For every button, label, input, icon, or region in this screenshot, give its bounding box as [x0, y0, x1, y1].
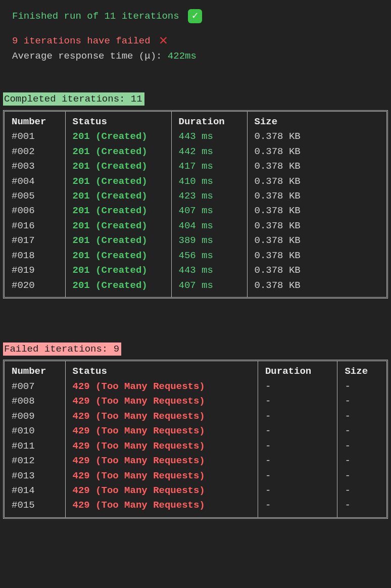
cell-number: #005 — [5, 189, 65, 204]
cell-status: 201 (Created) — [65, 249, 171, 263]
table-row: #006201 (Created)407 ms0.378 KB — [5, 204, 386, 218]
col-size: Size — [247, 112, 386, 129]
cell-duration: 443 ms — [171, 263, 247, 278]
cell-number: #017 — [5, 233, 65, 248]
table-row: #011429 (Too Many Requests)-- — [5, 439, 386, 454]
completed-heading: Completed iterations: 11 — [3, 92, 144, 106]
table-row: #015429 (Too Many Requests)-- — [5, 498, 386, 517]
cell-number: #015 — [5, 498, 65, 517]
cell-duration: - — [258, 394, 337, 409]
cell-status: 429 (Too Many Requests) — [65, 483, 258, 498]
avg-response-line: Average response time (μ): 422ms — [12, 49, 379, 64]
cell-duration: - — [258, 483, 337, 498]
cell-duration: 407 ms — [171, 278, 247, 297]
cell-status: 429 (Too Many Requests) — [65, 454, 258, 468]
cell-size: - — [337, 439, 386, 454]
cell-status: 201 (Created) — [65, 174, 171, 189]
cell-size: 0.378 KB — [247, 189, 386, 204]
cell-status: 201 (Created) — [65, 204, 171, 218]
cell-size: 0.378 KB — [247, 278, 386, 297]
table-row: #012429 (Too Many Requests)-- — [5, 454, 386, 468]
table-row: #013429 (Too Many Requests)-- — [5, 469, 386, 483]
cell-status: 201 (Created) — [65, 278, 171, 297]
cell-duration: - — [258, 379, 337, 394]
cell-number: #014 — [5, 483, 65, 498]
cell-duration: - — [258, 439, 337, 454]
table-row: #004201 (Created)410 ms0.378 KB — [5, 174, 386, 189]
cell-size: 0.378 KB — [247, 159, 386, 174]
cell-status: 429 (Too Many Requests) — [65, 409, 258, 424]
check-icon: ✓ — [188, 9, 202, 23]
col-duration: Duration — [258, 361, 337, 379]
failed-summary-text: 9 iterations have failed — [12, 35, 151, 46]
cell-status: 429 (Too Many Requests) — [65, 469, 258, 483]
failed-heading: Failed iterations: 9 — [3, 342, 121, 356]
cell-size: - — [337, 424, 386, 438]
table-row: #019201 (Created)443 ms0.378 KB — [5, 263, 386, 278]
cell-status: 201 (Created) — [65, 189, 171, 204]
cell-number: #012 — [5, 454, 65, 468]
summary-block: Finished run of 11 iterations ✓ 9 iterat… — [0, 0, 391, 70]
cell-size: 0.378 KB — [247, 144, 386, 159]
completed-section: Completed iterations: 11 Number Status D… — [0, 92, 391, 299]
cell-status: 429 (Too Many Requests) — [65, 424, 258, 438]
cell-number: #016 — [5, 219, 65, 233]
cell-number: #011 — [5, 439, 65, 454]
cell-size: 0.378 KB — [247, 174, 386, 189]
failed-table: Number Status Duration Size #007429 (Too… — [5, 361, 386, 517]
avg-label: Average response time (μ): — [12, 51, 168, 62]
cell-status: 201 (Created) — [65, 159, 171, 174]
cell-duration: 404 ms — [171, 219, 247, 233]
cell-duration: - — [258, 498, 337, 517]
cell-status: 429 (Too Many Requests) — [65, 439, 258, 454]
table-row: #018201 (Created)456 ms0.378 KB — [5, 249, 386, 263]
cell-number: #007 — [5, 379, 65, 394]
cell-size: 0.378 KB — [247, 204, 386, 218]
cell-number: #002 — [5, 144, 65, 159]
table-row: #005201 (Created)423 ms0.378 KB — [5, 189, 386, 204]
cell-duration: 423 ms — [171, 189, 247, 204]
cell-number: #018 — [5, 249, 65, 263]
cell-number: #003 — [5, 159, 65, 174]
cell-duration: - — [258, 424, 337, 438]
cross-icon: ✕ — [159, 34, 168, 48]
col-number: Number — [5, 361, 65, 379]
cell-status: 201 (Created) — [65, 263, 171, 278]
avg-value: 422ms — [168, 51, 197, 62]
cell-size: 0.378 KB — [247, 129, 386, 144]
cell-status: 201 (Created) — [65, 233, 171, 248]
table-row: #008429 (Too Many Requests)-- — [5, 394, 386, 409]
cell-size: 0.378 KB — [247, 219, 386, 233]
cell-status: 429 (Too Many Requests) — [65, 498, 258, 517]
cell-duration: 417 ms — [171, 159, 247, 174]
cell-size: 0.378 KB — [247, 249, 386, 263]
cell-size: 0.378 KB — [247, 263, 386, 278]
completed-table-wrap: Number Status Duration Size #001201 (Cre… — [3, 110, 388, 299]
cell-duration: 442 ms — [171, 144, 247, 159]
cell-duration: - — [258, 469, 337, 483]
table-row: #010429 (Too Many Requests)-- — [5, 424, 386, 438]
completed-table: Number Status Duration Size #001201 (Cre… — [5, 112, 386, 297]
cell-size: - — [337, 454, 386, 468]
cell-number: #009 — [5, 409, 65, 424]
table-row: #003201 (Created)417 ms0.378 KB — [5, 159, 386, 174]
table-row: #020201 (Created)407 ms0.378 KB — [5, 278, 386, 297]
cell-status: 201 (Created) — [65, 129, 171, 144]
cell-number: #006 — [5, 204, 65, 218]
cell-number: #001 — [5, 129, 65, 144]
failed-section: Failed iterations: 9 Number Status Durat… — [0, 342, 391, 519]
col-size: Size — [337, 361, 386, 379]
cell-number: #013 — [5, 469, 65, 483]
cell-status: 429 (Too Many Requests) — [65, 379, 258, 394]
col-number: Number — [5, 112, 65, 129]
cell-number: #020 — [5, 278, 65, 297]
cell-status: 201 (Created) — [65, 219, 171, 233]
table-row: #017201 (Created)389 ms0.378 KB — [5, 233, 386, 248]
cell-number: #019 — [5, 263, 65, 278]
table-row: #014429 (Too Many Requests)-- — [5, 483, 386, 498]
finished-text: Finished run of 11 iterations — [12, 11, 179, 22]
cell-duration: - — [258, 454, 337, 468]
cell-size: 0.378 KB — [247, 233, 386, 248]
col-duration: Duration — [171, 112, 247, 129]
cell-size: - — [337, 498, 386, 517]
